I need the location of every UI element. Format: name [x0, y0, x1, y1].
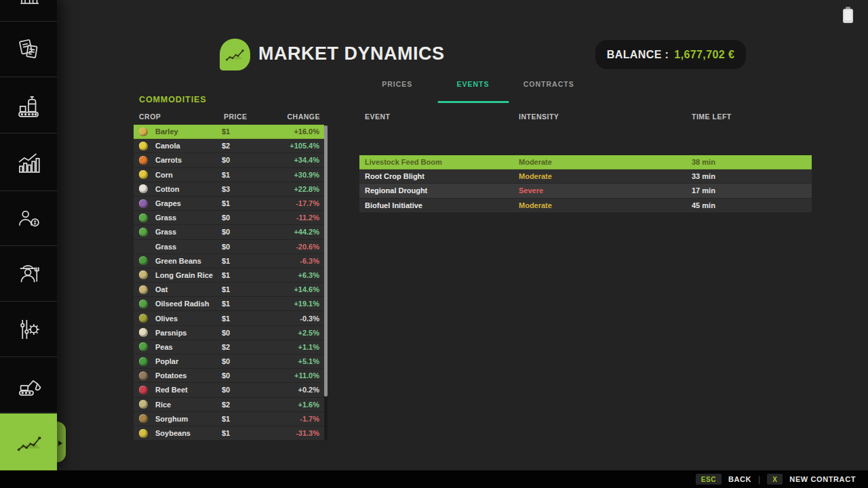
- sidebar-item-workers[interactable]: [0, 247, 57, 302]
- crop-name: Parsnips: [155, 329, 222, 337]
- crop-name: Cotton: [155, 185, 222, 193]
- crop-icon: [139, 256, 148, 265]
- crop-price: $0: [222, 329, 269, 337]
- scrollbar-thumb[interactable]: [324, 125, 328, 396]
- commodities-list: Barley$1+16.0%Canola$2+105.4%Carrots$0+3…: [134, 125, 328, 441]
- commodity-row[interactable]: Grass$0-11.2%: [134, 211, 328, 225]
- crop-name: Canola: [155, 142, 222, 150]
- commodity-row[interactable]: Oilseed Radish$1+19.1%: [134, 297, 328, 311]
- crop-icon: [139, 328, 148, 337]
- commodity-row[interactable]: Oat$1+14.6%: [134, 283, 328, 297]
- crop-name: Potatoes: [155, 371, 222, 380]
- column-header-intensity: INTENSITY: [519, 113, 559, 121]
- crop-change: +11.0%: [269, 371, 319, 380]
- crop-price: $1: [222, 271, 269, 279]
- event-row[interactable]: Biofuel InitiativeModerate45 min: [359, 199, 812, 213]
- page-title: MARKET DYNAMICS: [258, 43, 445, 64]
- event-name: Livestock Feed Boom: [365, 158, 519, 166]
- tab-prices[interactable]: PRICES: [359, 80, 435, 103]
- hint-separator: |: [758, 474, 760, 484]
- crop-price: $3: [222, 185, 269, 193]
- crop-name: Peas: [155, 343, 222, 351]
- sidebar-item-market-dynamics[interactable]: [0, 413, 57, 470]
- sidebar-item-statistics[interactable]: [0, 134, 57, 191]
- crop-icon: [139, 270, 148, 279]
- tab-events[interactable]: EVENTS: [435, 80, 511, 103]
- crop-icon: [139, 342, 148, 351]
- commodity-row[interactable]: Poplar$0+5.1%: [134, 354, 328, 369]
- sidebar-item-contracts[interactable]: [0, 22, 57, 77]
- market-dynamics-screen: MARKET DYNAMICS BALANCE : 1,677,702 € PR…: [0, 0, 868, 488]
- crop-name: Corn: [155, 171, 222, 179]
- crop-icon: [139, 357, 148, 366]
- commodity-row[interactable]: Soybeans$1-31.3%: [134, 426, 328, 441]
- commodity-row[interactable]: Parsnips$0+2.5%: [134, 326, 328, 340]
- crop-change: +6.3%: [269, 271, 319, 279]
- crop-name: Green Beans: [155, 257, 222, 265]
- crop-change: -11.2%: [269, 214, 319, 222]
- commodity-row[interactable]: Sorghum$1-1.7%: [134, 412, 328, 426]
- crop-name: Carrots: [155, 156, 222, 164]
- tab-contracts[interactable]: CONTRACTS: [511, 80, 587, 103]
- crop-price: $1: [222, 171, 269, 179]
- settings-sliders-icon: [14, 315, 43, 344]
- column-header-price: PRICE: [224, 113, 248, 121]
- sidebar-item-settings[interactable]: [0, 302, 57, 357]
- esc-keycap: ESC: [696, 474, 722, 485]
- crop-price: $2: [222, 142, 269, 150]
- crop-change: -20.6%: [269, 243, 319, 251]
- crop-price: $1: [222, 429, 269, 437]
- commodity-row[interactable]: Peas$2+1.1%: [134, 340, 328, 354]
- commodity-row[interactable]: Grapes$1-17.7%: [134, 197, 328, 211]
- new-contract-button[interactable]: NEW CONTRACT: [789, 475, 856, 483]
- finances-icon: [14, 205, 43, 233]
- crop-change: -0.3%: [269, 314, 319, 323]
- crop-name: Oilseed Radish: [155, 300, 222, 308]
- commodity-row[interactable]: Long Grain Rice$1+6.3%: [134, 268, 328, 283]
- crop-icon: [139, 199, 148, 208]
- crop-change: -17.7%: [269, 199, 319, 207]
- commodity-row[interactable]: Carrots$0+34.4%: [134, 153, 328, 167]
- column-header-change: CHANGE: [258, 113, 320, 121]
- sidebar-item-top-partial[interactable]: [0, 0, 57, 22]
- sidebar-item-production[interactable]: [0, 78, 57, 134]
- commodity-row[interactable]: Canola$2+105.4%: [134, 139, 328, 153]
- sidebar-item-construction[interactable]: [0, 358, 57, 413]
- event-time-left: 17 min: [692, 186, 812, 195]
- balance-pill: BALANCE : 1,677,702 €: [595, 40, 746, 69]
- event-row[interactable]: Root Crop BlightModerate33 min: [359, 169, 812, 184]
- event-row[interactable]: Regional DroughtSevere17 min: [359, 184, 812, 198]
- commodity-row[interactable]: Barley$1+16.0%: [134, 125, 328, 139]
- commodity-row[interactable]: Potatoes$0+11.0%: [134, 369, 328, 383]
- event-row[interactable]: Livestock Feed BoomModerate38 min: [359, 155, 812, 169]
- commodity-row[interactable]: Red Beet$0+0.2%: [134, 383, 328, 397]
- commodity-row[interactable]: Green Beans$1-6.3%: [134, 254, 328, 268]
- crop-icon: [139, 214, 148, 222]
- crop-name: Red Beet: [155, 386, 222, 394]
- crop-price: $1: [222, 257, 269, 265]
- commodity-row[interactable]: Grass$0+44.2%: [134, 225, 328, 239]
- commodity-row[interactable]: Rice$2+1.6%: [134, 398, 328, 412]
- crop-icon: [139, 414, 148, 423]
- crop-icon: [139, 314, 148, 323]
- commodities-scrollbar[interactable]: [324, 125, 328, 441]
- event-intensity: Severe: [519, 186, 692, 195]
- crop-name: Grapes: [155, 199, 222, 207]
- documents-icon: [14, 35, 43, 64]
- commodity-row[interactable]: Olives$1-0.3%: [134, 311, 328, 325]
- commodity-row[interactable]: Corn$1+30.9%: [134, 168, 328, 182]
- crop-icon: [139, 242, 148, 251]
- event-intensity: Moderate: [519, 158, 692, 166]
- sidebar-item-finances[interactable]: [0, 192, 57, 246]
- crop-change: -31.3%: [269, 429, 319, 437]
- crop-name: Poplar: [155, 357, 222, 365]
- commodity-row[interactable]: Grass$0-20.6%: [134, 240, 328, 254]
- crop-icon: [139, 184, 148, 193]
- event-time-left: 45 min: [692, 201, 812, 209]
- commodity-row[interactable]: Cotton$3+22.8%: [134, 182, 328, 197]
- crop-name: Grass: [155, 243, 222, 251]
- back-button[interactable]: BACK: [728, 475, 751, 483]
- crop-price: $1: [222, 314, 269, 323]
- x-keycap: X: [767, 474, 783, 485]
- crop-price: $0: [222, 214, 269, 222]
